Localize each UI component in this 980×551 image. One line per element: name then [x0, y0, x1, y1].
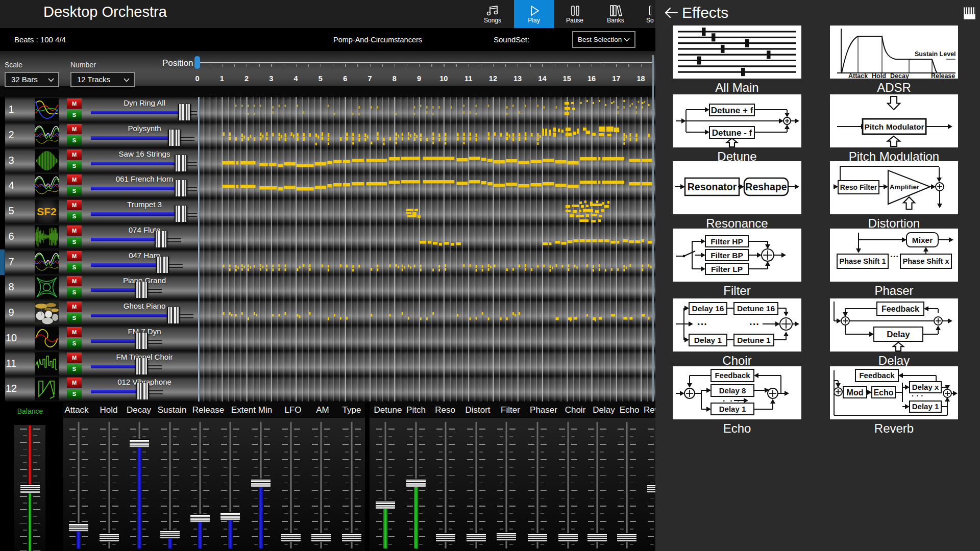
svg-text:Delay: Delay: [887, 330, 910, 339]
svg-text:Sustain Level: Sustain Level: [915, 51, 956, 58]
svg-text:Detune 1: Detune 1: [737, 336, 771, 344]
svg-text:Phase Shift x: Phase Shift x: [902, 257, 949, 265]
svg-text:Filter LP: Filter LP: [711, 265, 743, 273]
svg-text:SF2: SF2: [37, 206, 57, 217]
svg-text:Delay 1: Delay 1: [694, 336, 722, 344]
svg-text:Decay: Decay: [890, 72, 909, 79]
svg-text:Filter HP: Filter HP: [710, 237, 743, 246]
svg-text:Reso Filter: Reso Filter: [840, 183, 877, 191]
svg-text:Feedback: Feedback: [859, 371, 895, 380]
svg-text:Release: Release: [931, 72, 955, 79]
svg-text:Delay 1: Delay 1: [719, 405, 746, 413]
svg-text:Pitch Modulator: Pitch Modulator: [864, 122, 924, 131]
svg-text:Filter BP: Filter BP: [710, 251, 743, 260]
svg-text:Feedback: Feedback: [881, 305, 919, 313]
svg-text:···: ···: [890, 252, 899, 261]
svg-text:Attack: Attack: [848, 72, 868, 79]
svg-text:Hold: Hold: [872, 72, 886, 79]
svg-text:···: ···: [697, 318, 707, 330]
svg-text:Phase Shift 1: Phase Shift 1: [839, 257, 886, 265]
svg-text:Detune - f: Detune - f: [712, 128, 752, 138]
svg-text:Delay x: Delay x: [912, 383, 939, 391]
svg-text:Detune + f: Detune + f: [711, 106, 753, 115]
svg-text:Delay 1: Delay 1: [912, 402, 939, 411]
svg-text:Detune 16: Detune 16: [737, 304, 775, 313]
svg-text:Amplifier: Amplifier: [890, 183, 920, 191]
svg-text:Echo: Echo: [873, 388, 893, 397]
svg-text:Delay 8: Delay 8: [719, 386, 746, 395]
svg-text:Delay 16: Delay 16: [692, 304, 724, 313]
svg-text:···: ···: [749, 318, 760, 330]
svg-text:Mod: Mod: [847, 388, 864, 397]
svg-text:· · ·: · · ·: [912, 391, 923, 400]
svg-text:Mixer: Mixer: [912, 236, 933, 244]
svg-text:Reshape: Reshape: [745, 181, 787, 192]
svg-text:Resonator: Resonator: [688, 181, 737, 192]
svg-text:Feedback: Feedback: [715, 371, 750, 380]
